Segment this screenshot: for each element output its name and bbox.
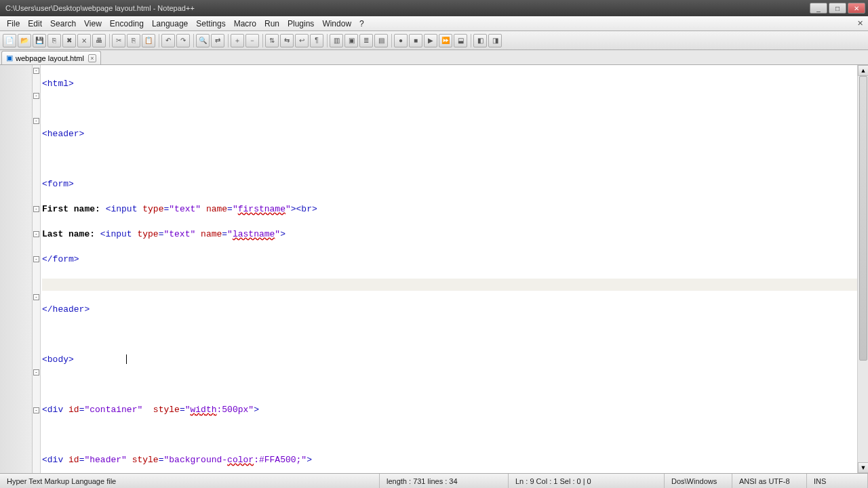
wrap-icon[interactable]: ↩: [295, 34, 309, 47]
replace-icon[interactable]: ⇄: [211, 34, 224, 47]
plugin-icon[interactable]: ◧: [473, 34, 487, 47]
indent-guide-icon[interactable]: ▥: [330, 34, 343, 47]
code-text: id: [68, 455, 79, 465]
zoom-in-icon[interactable]: ＋: [231, 34, 244, 47]
menu-language[interactable]: Language: [148, 18, 192, 30]
code-text: [42, 429, 857, 442]
redo-icon[interactable]: ↷: [176, 34, 190, 47]
menu-search[interactable]: Search: [46, 18, 80, 30]
minimize-button[interactable]: _: [810, 3, 827, 14]
menu-plugins[interactable]: Plugins: [283, 18, 318, 30]
vertical-scrollbar[interactable]: ▲ ▼: [857, 65, 868, 473]
fold-toggle-icon[interactable]: -: [33, 118, 39, 124]
status-length: length : 731 lines : 34: [380, 474, 509, 488]
status-position: Ln : 9 Col : 1 Sel : 0 | 0: [509, 474, 665, 488]
fold-toggle-icon[interactable]: -: [33, 294, 39, 300]
fold-toggle-icon[interactable]: -: [33, 407, 39, 413]
menu-file[interactable]: File: [3, 18, 24, 30]
menu-window[interactable]: Window: [318, 18, 355, 30]
code-text: name: [201, 204, 227, 214]
fold-toggle-icon[interactable]: -: [33, 256, 39, 262]
save-file-icon[interactable]: 💾: [33, 34, 46, 47]
toolbar-separator: [471, 34, 471, 47]
code-text: <input: [100, 204, 142, 214]
scroll-up-icon[interactable]: ▲: [858, 65, 868, 76]
fold-toggle-icon[interactable]: -: [33, 93, 39, 99]
scroll-down-icon[interactable]: ▼: [858, 462, 868, 473]
code-text: ": [275, 229, 280, 239]
menu-encoding[interactable]: Encoding: [106, 18, 148, 30]
code-text: "container": [84, 405, 142, 415]
code-text: <div: [42, 455, 68, 465]
code-text: :500px: [217, 405, 249, 415]
code-text: <header>: [42, 129, 84, 139]
tab-webpage-layout[interactable]: ▣ webpage layout.html ×: [1, 51, 101, 64]
open-file-icon[interactable]: 📂: [18, 34, 31, 47]
stop-macro-icon[interactable]: ■: [409, 34, 422, 47]
fold-column: - - - - - - - - -: [33, 65, 41, 473]
status-eol[interactable]: Dos\Windows: [665, 474, 732, 488]
code-text: </form>: [42, 254, 79, 264]
toolbar-separator: [193, 34, 194, 47]
code-text: width: [191, 405, 217, 415]
menu-macro[interactable]: Macro: [230, 18, 260, 30]
code-text: ": [285, 204, 291, 214]
play-multiple-icon[interactable]: ⏩: [439, 34, 452, 47]
sync-v-icon[interactable]: ⇅: [265, 34, 279, 47]
code-text: <input: [95, 229, 137, 239]
folder-view-icon[interactable]: ▣: [344, 34, 358, 47]
toolbar-separator: [391, 34, 392, 47]
code-text: "text": [163, 229, 195, 239]
menu-help[interactable]: ?: [355, 18, 368, 30]
code-text: style: [127, 455, 159, 465]
fold-toggle-icon[interactable]: -: [33, 68, 39, 74]
scroll-thumb[interactable]: [859, 76, 867, 361]
find-icon[interactable]: 🔍: [196, 34, 210, 47]
close-all-icon[interactable]: ⨯: [77, 34, 91, 47]
code-text: firstname: [238, 204, 285, 214]
new-file-icon[interactable]: 📄: [3, 34, 16, 47]
save-macro-icon[interactable]: ⬓: [454, 34, 467, 47]
code-text: :#FFA500;: [254, 455, 301, 465]
sync-h-icon[interactable]: ⇆: [280, 34, 294, 47]
code-area[interactable]: <html> <header> <form> First name: <inpu…: [41, 65, 857, 473]
code-text: ": [185, 405, 191, 415]
close-file-icon[interactable]: ✖: [62, 34, 76, 47]
play-macro-icon[interactable]: ▶: [424, 34, 437, 47]
zoom-out-icon[interactable]: －: [245, 34, 259, 47]
code-text: ><br>: [291, 204, 317, 214]
undo-icon[interactable]: ↶: [161, 34, 175, 47]
status-encoding[interactable]: ANSI as UTF-8: [732, 474, 807, 488]
status-insert-mode[interactable]: INS: [807, 474, 868, 488]
menu-view[interactable]: View: [80, 18, 106, 30]
mdi-close-button[interactable]: ✕: [854, 19, 865, 28]
fold-toggle-icon[interactable]: -: [33, 231, 39, 237]
maximize-button[interactable]: □: [829, 3, 846, 14]
copy-icon[interactable]: ⎘: [127, 34, 140, 47]
record-macro-icon[interactable]: ●: [394, 34, 408, 47]
titlebar: C:\Users\user\Desktop\webpage layout.htm…: [0, 0, 868, 16]
tab-close-button[interactable]: ×: [88, 54, 96, 62]
function-list-icon[interactable]: ≣: [359, 34, 373, 47]
code-text: <form>: [42, 179, 74, 189]
menu-run[interactable]: Run: [260, 18, 283, 30]
fold-toggle-icon[interactable]: -: [33, 369, 39, 375]
menubar: File Edit Search View Encoding Language …: [0, 16, 868, 31]
toolbar-separator: [327, 34, 328, 47]
close-window-button[interactable]: ✕: [848, 3, 865, 14]
save-all-icon[interactable]: ⎘: [47, 34, 61, 47]
code-text: <div: [42, 405, 68, 415]
code-text: Last name:: [42, 229, 95, 239]
cut-icon[interactable]: ✂: [112, 34, 125, 47]
menu-settings[interactable]: Settings: [192, 18, 229, 30]
doc-map-icon[interactable]: ▤: [374, 34, 388, 47]
paste-icon[interactable]: 📋: [142, 34, 155, 47]
toolbar: 📄 📂 💾 ⎘ ✖ ⨯ 🖶 ✂ ⎘ 📋 ↶ ↷ 🔍 ⇄ ＋ － ⇅ ⇆ ↩ ¶ …: [0, 31, 868, 50]
show-all-chars-icon[interactable]: ¶: [310, 34, 323, 47]
menu-edit[interactable]: Edit: [24, 18, 46, 30]
print-icon[interactable]: 🖶: [92, 34, 106, 47]
fold-toggle-icon[interactable]: -: [33, 206, 39, 212]
plugin2-icon[interactable]: ◨: [488, 34, 502, 47]
code-text: id: [68, 405, 79, 415]
code-text: ": [233, 204, 238, 214]
